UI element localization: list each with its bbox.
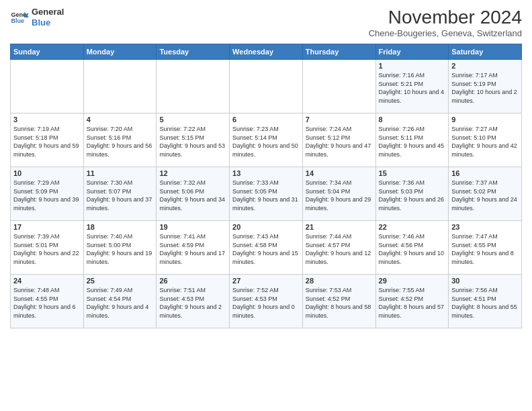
day-number: 10 <box>13 169 81 177</box>
day-info: Sunrise: 7:52 AM Sunset: 4:53 PM Dayligh… <box>232 286 300 320</box>
day-number: 1 <box>379 62 446 70</box>
day-number: 15 <box>379 169 446 177</box>
month-title: November 2024 <box>369 7 522 28</box>
calendar-cell: 6Sunrise: 7:23 AM Sunset: 5:14 PM Daylig… <box>230 113 303 167</box>
logo-icon: General Blue <box>10 8 29 27</box>
day-number: 12 <box>159 169 226 177</box>
day-info: Sunrise: 7:26 AM Sunset: 5:11 PM Dayligh… <box>379 125 446 158</box>
th-thursday: Thursday <box>302 44 375 60</box>
day-info: Sunrise: 7:55 AM Sunset: 4:52 PM Dayligh… <box>379 286 446 320</box>
calendar-cell: 27Sunrise: 7:52 AM Sunset: 4:53 PM Dayli… <box>230 275 303 328</box>
day-info: Sunrise: 7:20 AM Sunset: 5:16 PM Dayligh… <box>87 125 154 158</box>
day-number: 4 <box>87 116 154 124</box>
calendar-cell <box>302 60 375 113</box>
svg-text:Blue: Blue <box>11 17 24 24</box>
day-number: 18 <box>87 223 154 231</box>
calendar-cell <box>230 60 303 113</box>
logo: General Blue General Blue <box>10 7 64 28</box>
header-row: Sunday Monday Tuesday Wednesday Thursday… <box>11 44 522 60</box>
day-number: 8 <box>379 116 446 124</box>
day-number: 3 <box>13 116 81 124</box>
calendar-cell: 5Sunrise: 7:22 AM Sunset: 5:15 PM Daylig… <box>157 113 230 167</box>
calendar-table: Sunday Monday Tuesday Wednesday Thursday… <box>10 44 522 328</box>
calendar-cell: 22Sunrise: 7:46 AM Sunset: 4:56 PM Dayli… <box>375 221 449 275</box>
th-wednesday: Wednesday <box>230 44 303 60</box>
day-info: Sunrise: 7:34 AM Sunset: 5:04 PM Dayligh… <box>306 179 373 212</box>
day-info: Sunrise: 7:22 AM Sunset: 5:15 PM Dayligh… <box>159 125 226 158</box>
day-number: 21 <box>306 223 373 231</box>
calendar-cell: 8Sunrise: 7:26 AM Sunset: 5:11 PM Daylig… <box>375 113 449 167</box>
calendar-cell: 7Sunrise: 7:24 AM Sunset: 5:12 PM Daylig… <box>302 113 375 167</box>
header: General Blue General Blue November 2024 … <box>10 7 522 38</box>
day-info: Sunrise: 7:37 AM Sunset: 5:02 PM Dayligh… <box>451 179 519 212</box>
day-number: 19 <box>159 223 226 231</box>
calendar-cell: 12Sunrise: 7:32 AM Sunset: 5:06 PM Dayli… <box>157 167 230 221</box>
calendar-week-3: 17Sunrise: 7:39 AM Sunset: 5:01 PM Dayli… <box>11 221 522 275</box>
day-number: 26 <box>159 277 226 285</box>
day-info: Sunrise: 7:29 AM Sunset: 5:09 PM Dayligh… <box>13 179 81 212</box>
calendar-cell: 16Sunrise: 7:37 AM Sunset: 5:02 PM Dayli… <box>449 167 522 221</box>
day-info: Sunrise: 7:44 AM Sunset: 4:57 PM Dayligh… <box>306 232 373 266</box>
day-number: 2 <box>451 62 519 70</box>
day-info: Sunrise: 7:51 AM Sunset: 4:53 PM Dayligh… <box>159 286 226 320</box>
location: Chene-Bougeries, Geneva, Switzerland <box>369 28 522 38</box>
day-info: Sunrise: 7:24 AM Sunset: 5:12 PM Dayligh… <box>306 125 373 158</box>
day-number: 27 <box>232 277 300 285</box>
th-monday: Monday <box>83 44 157 60</box>
calendar-cell: 3Sunrise: 7:19 AM Sunset: 5:18 PM Daylig… <box>11 113 84 167</box>
day-number: 22 <box>379 223 446 231</box>
day-info: Sunrise: 7:27 AM Sunset: 5:10 PM Dayligh… <box>451 125 519 158</box>
day-info: Sunrise: 7:33 AM Sunset: 5:05 PM Dayligh… <box>232 179 300 212</box>
day-info: Sunrise: 7:43 AM Sunset: 4:58 PM Dayligh… <box>232 232 300 266</box>
day-number: 13 <box>232 169 300 177</box>
th-saturday: Saturday <box>449 44 522 60</box>
title-block: November 2024 Chene-Bougeries, Geneva, S… <box>369 7 522 38</box>
th-friday: Friday <box>375 44 449 60</box>
day-number: 25 <box>87 277 154 285</box>
calendar-cell: 17Sunrise: 7:39 AM Sunset: 5:01 PM Dayli… <box>11 221 84 275</box>
day-info: Sunrise: 7:56 AM Sunset: 4:51 PM Dayligh… <box>451 286 519 320</box>
day-info: Sunrise: 7:49 AM Sunset: 4:54 PM Dayligh… <box>87 286 154 320</box>
calendar-cell: 21Sunrise: 7:44 AM Sunset: 4:57 PM Dayli… <box>302 221 375 275</box>
calendar-cell: 30Sunrise: 7:56 AM Sunset: 4:51 PM Dayli… <box>449 275 522 328</box>
calendar-cell: 11Sunrise: 7:30 AM Sunset: 5:07 PM Dayli… <box>83 167 157 221</box>
day-number: 5 <box>159 116 226 124</box>
day-number: 24 <box>13 277 81 285</box>
calendar-cell: 28Sunrise: 7:53 AM Sunset: 4:52 PM Dayli… <box>302 275 375 328</box>
calendar-cell: 9Sunrise: 7:27 AM Sunset: 5:10 PM Daylig… <box>449 113 522 167</box>
calendar-cell: 19Sunrise: 7:41 AM Sunset: 4:59 PM Dayli… <box>157 221 230 275</box>
day-info: Sunrise: 7:53 AM Sunset: 4:52 PM Dayligh… <box>306 286 373 320</box>
day-info: Sunrise: 7:19 AM Sunset: 5:18 PM Dayligh… <box>13 125 81 158</box>
day-info: Sunrise: 7:48 AM Sunset: 4:55 PM Dayligh… <box>13 286 81 320</box>
day-number: 16 <box>451 169 519 177</box>
day-number: 9 <box>451 116 519 124</box>
calendar-week-0: 1Sunrise: 7:16 AM Sunset: 5:21 PM Daylig… <box>11 60 522 113</box>
day-number: 11 <box>87 169 154 177</box>
day-info: Sunrise: 7:39 AM Sunset: 5:01 PM Dayligh… <box>13 232 81 266</box>
calendar-cell: 13Sunrise: 7:33 AM Sunset: 5:05 PM Dayli… <box>230 167 303 221</box>
day-info: Sunrise: 7:36 AM Sunset: 5:03 PM Dayligh… <box>379 179 446 212</box>
day-info: Sunrise: 7:47 AM Sunset: 4:55 PM Dayligh… <box>451 232 519 266</box>
day-number: 29 <box>379 277 446 285</box>
calendar-cell: 20Sunrise: 7:43 AM Sunset: 4:58 PM Dayli… <box>230 221 303 275</box>
day-number: 28 <box>306 277 373 285</box>
calendar-cell: 24Sunrise: 7:48 AM Sunset: 4:55 PM Dayli… <box>11 275 84 328</box>
th-sunday: Sunday <box>11 44 84 60</box>
calendar-week-1: 3Sunrise: 7:19 AM Sunset: 5:18 PM Daylig… <box>11 113 522 167</box>
calendar-cell: 1Sunrise: 7:16 AM Sunset: 5:21 PM Daylig… <box>375 60 449 113</box>
logo-text: General Blue <box>32 7 64 28</box>
calendar-cell: 26Sunrise: 7:51 AM Sunset: 4:53 PM Dayli… <box>157 275 230 328</box>
page: General Blue General Blue November 2024 … <box>0 0 532 335</box>
day-number: 17 <box>13 223 81 231</box>
day-info: Sunrise: 7:23 AM Sunset: 5:14 PM Dayligh… <box>232 125 300 158</box>
logo-line1: General <box>32 7 64 17</box>
day-number: 23 <box>451 223 519 231</box>
day-info: Sunrise: 7:41 AM Sunset: 4:59 PM Dayligh… <box>159 232 226 266</box>
calendar-cell <box>83 60 157 113</box>
calendar-week-2: 10Sunrise: 7:29 AM Sunset: 5:09 PM Dayli… <box>11 167 522 221</box>
calendar-cell: 25Sunrise: 7:49 AM Sunset: 4:54 PM Dayli… <box>83 275 157 328</box>
day-number: 20 <box>232 223 300 231</box>
day-number: 14 <box>306 169 373 177</box>
day-info: Sunrise: 7:17 AM Sunset: 5:19 PM Dayligh… <box>451 71 519 105</box>
calendar-cell: 15Sunrise: 7:36 AM Sunset: 5:03 PM Dayli… <box>375 167 449 221</box>
